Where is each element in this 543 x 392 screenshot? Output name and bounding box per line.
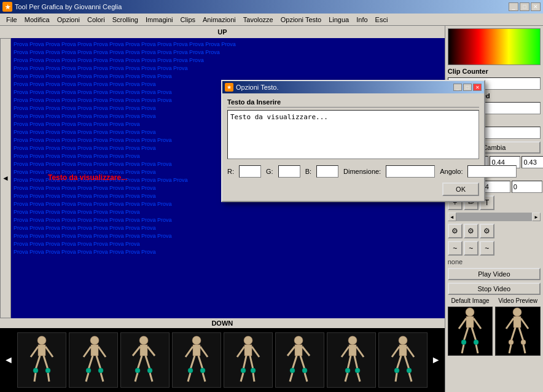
minimize-button[interactable]: _: [509, 2, 518, 11]
svg-line-32: [186, 347, 193, 357]
menu-lingua[interactable]: Lingua: [325, 15, 353, 25]
menu-tavolozze[interactable]: Tavolozze: [240, 15, 277, 25]
menu-colori[interactable]: Colori: [84, 15, 109, 25]
svg-line-79: [409, 373, 412, 382]
thumbnails-left-nav[interactable]: ◄: [1, 355, 16, 366]
menu-scrolling[interactable]: Scrolling: [109, 15, 142, 25]
svg-line-35: [198, 356, 203, 369]
tool-settings-3[interactable]: ⚙: [480, 224, 494, 238]
svg-point-96: [509, 340, 514, 345]
tool-settings-1[interactable]: ⚙: [448, 224, 463, 238]
svg-line-65: [354, 356, 357, 369]
menu-animazioni[interactable]: Animazioni: [199, 15, 240, 25]
svg-line-69: [357, 373, 360, 382]
tool-settings-2[interactable]: ⚙: [464, 224, 479, 238]
dialog-dimensione-input[interactable]: [386, 165, 435, 178]
menu-esci[interactable]: Esci: [372, 15, 392, 25]
dialog-r-input[interactable]: [239, 165, 261, 178]
menu-info[interactable]: Info: [353, 15, 371, 25]
svg-line-13: [98, 347, 106, 357]
menu-immagini[interactable]: Immagini: [142, 15, 177, 25]
default-image-box[interactable]: [448, 307, 493, 356]
thumbnail-2[interactable]: [69, 332, 118, 388]
svg-line-38: [188, 373, 190, 382]
close-button[interactable]: ✕: [531, 2, 541, 11]
dialog-ok-button[interactable]: OK: [442, 182, 479, 196]
svg-line-54: [292, 356, 297, 369]
maximize-button[interactable]: □: [520, 2, 529, 11]
svg-line-59: [305, 373, 307, 382]
thumbnails-right-nav[interactable]: ►: [429, 355, 443, 366]
thumbnail-5[interactable]: [224, 332, 273, 388]
dialog-title-left: ★ Opzioni Testo.: [225, 83, 279, 92]
svg-point-40: [244, 336, 252, 345]
svg-line-24: [138, 356, 142, 369]
svg-line-43: [252, 347, 259, 357]
thumbnail-6[interactable]: [275, 332, 324, 388]
svg-point-87: [474, 340, 479, 345]
video-preview-box[interactable]: [495, 307, 541, 356]
thumbnail-1[interactable]: [17, 332, 66, 388]
dialog-close-button[interactable]: ✕: [473, 84, 482, 91]
title-bar: ★ Tool Per Grafica by Giovanni Ceglia _ …: [0, 0, 543, 14]
tool-wave-3[interactable]: ~: [480, 241, 494, 256]
scroll-left-button[interactable]: ◄: [0, 38, 11, 318]
clip-counter-label: Clip Counter: [448, 68, 541, 75]
svg-line-83: [474, 318, 481, 329]
scroll-track[interactable]: [456, 213, 532, 221]
svg-point-20: [139, 336, 148, 345]
rgb-b-input[interactable]: [512, 181, 542, 193]
scroll-right[interactable]: ►: [532, 213, 541, 221]
menu-opzioni-testo[interactable]: Opzioni Testo: [277, 15, 325, 25]
svg-line-29: [150, 373, 152, 382]
menu-opzioni[interactable]: Opzioni: [53, 15, 84, 25]
tool-wave-2[interactable]: ~: [464, 241, 479, 256]
stop-video-button[interactable]: Stop Video: [448, 283, 541, 295]
svg-line-15: [96, 356, 101, 369]
thumbnail-4[interactable]: [172, 332, 221, 388]
svg-point-86: [461, 340, 466, 345]
thumbnails-row: ◄: [0, 328, 445, 392]
skeleton-svg-1: [23, 335, 60, 385]
scroll-left[interactable]: ◄: [448, 213, 456, 221]
skeleton-svg-6: [281, 335, 318, 385]
svg-line-62: [342, 347, 349, 357]
svg-point-90: [513, 308, 522, 316]
svg-line-4: [36, 356, 40, 369]
thumbnail-7[interactable]: [327, 332, 376, 388]
menu-modifica[interactable]: Modifica: [21, 15, 53, 25]
thumbnail-3[interactable]: [120, 332, 170, 388]
svg-point-57: [302, 368, 307, 373]
preview-skeleton-2: [496, 307, 539, 356]
svg-line-34: [190, 356, 195, 369]
dialog-b-input[interactable]: [316, 165, 338, 178]
dialog-textarea[interactable]: Testo da visualizzare...: [227, 110, 479, 159]
menu-file[interactable]: File: [2, 15, 21, 25]
skeleton-svg-2: [75, 335, 112, 385]
angolo-label: Angolo:: [440, 168, 463, 175]
svg-line-33: [200, 347, 208, 357]
toolbar-row-2: ⚙ ⚙ ⚙: [448, 224, 541, 238]
play-video-button[interactable]: Play Video: [448, 268, 541, 280]
svg-point-76: [394, 368, 399, 373]
dialog-color-row: R: G: B: Dimensione: Angolo:: [227, 165, 479, 178]
svg-point-60: [348, 336, 357, 345]
svg-line-44: [243, 356, 246, 369]
menu-clips[interactable]: Clips: [177, 15, 199, 25]
window-title: Tool Per Grafica by Giovanni Ceglia: [15, 3, 122, 10]
svg-line-88: [462, 345, 464, 353]
svg-line-49: [253, 373, 254, 382]
dialog-g-input[interactable]: [278, 165, 300, 178]
hst-input-3[interactable]: [522, 156, 543, 168]
color-gradient[interactable]: [448, 28, 541, 65]
toolbar-row-3: ~ ~ ~: [448, 241, 541, 256]
svg-line-63: [356, 347, 364, 357]
dialog-minimize-button[interactable]: _: [453, 84, 462, 91]
dialog-angolo-input[interactable]: [467, 165, 517, 178]
svg-line-9: [48, 373, 49, 382]
dialog-maximize-button[interactable]: □: [463, 84, 472, 91]
svg-line-52: [287, 347, 295, 356]
skeleton-svg-4: [178, 335, 215, 385]
thumbnail-8[interactable]: [378, 332, 428, 388]
tool-wave-1[interactable]: ~: [448, 241, 463, 256]
